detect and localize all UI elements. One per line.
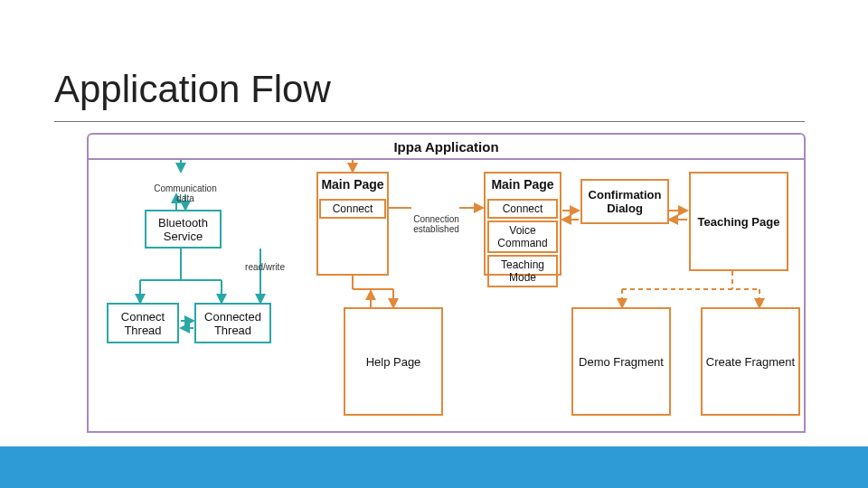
node-connect-thread: Connect Thread (107, 303, 179, 343)
main-page-2-connect: Connect (487, 199, 558, 219)
node-teaching-page: Teaching Page (689, 172, 788, 271)
node-create-fragment: Create Fragment (701, 307, 800, 416)
node-demo-fragment: Demo Fragment (571, 307, 671, 416)
app-header: Ippa Application (87, 133, 806, 160)
node-bluetooth-service: Bluetooth Service (145, 210, 222, 249)
main-page-2-voice: Voice Command (487, 221, 558, 253)
label-conn-est: Connection established (411, 214, 461, 234)
main-page-1-connect: Connect (319, 199, 386, 219)
node-confirmation-dialog: Confirmation Dialog (580, 179, 669, 224)
title-underline (54, 121, 805, 122)
main-page-2-teach: Teaching Mode (487, 255, 558, 287)
node-main-page-2: Main Page Connect Voice Command Teaching… (484, 172, 561, 276)
bottom-bar (0, 446, 868, 488)
label-read-write: read/write (238, 262, 292, 272)
main-page-2-title: Main Page (491, 177, 553, 192)
node-help-page: Help Page (344, 307, 443, 416)
label-comm-data: Communication data (145, 183, 226, 203)
node-main-page-1: Main Page Connect (316, 172, 389, 276)
slide-title: Application Flow (54, 68, 331, 111)
main-page-1-title: Main Page (321, 177, 383, 192)
node-connected-thread: Connected Thread (194, 303, 271, 343)
